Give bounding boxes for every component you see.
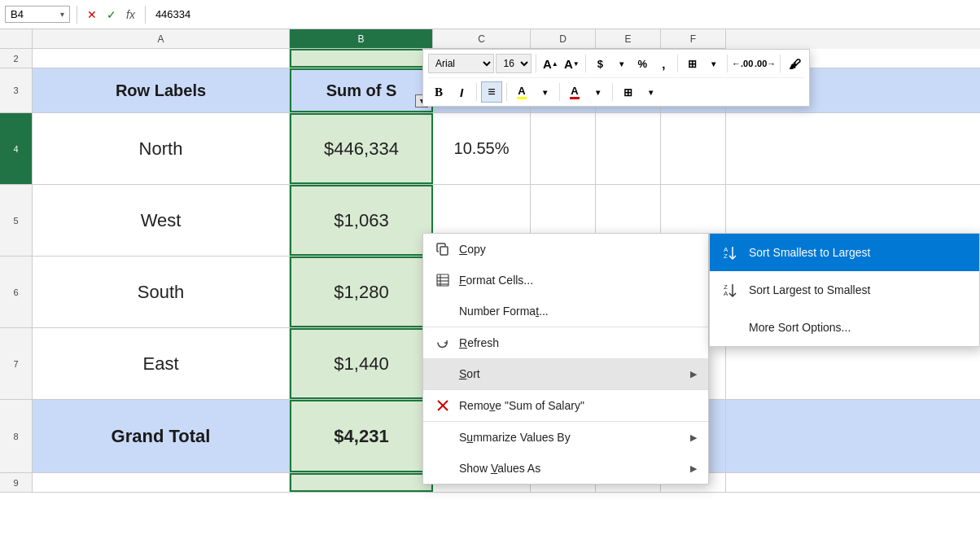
clear-format-btn[interactable]: 🖌 bbox=[785, 53, 804, 74]
confirm-formula-icon[interactable]: ✓ bbox=[103, 7, 120, 23]
more-sort-item[interactable]: More Sort Options... bbox=[710, 309, 979, 346]
toolbar-separator-5 bbox=[780, 55, 781, 72]
cell-2a[interactable] bbox=[33, 49, 290, 68]
cell-9a[interactable] bbox=[33, 473, 290, 492]
sort-submenu: A Z Sort Smallest to Largest Z A Sort La… bbox=[709, 233, 980, 347]
fx-label: fx bbox=[123, 8, 138, 21]
row-label-east: East bbox=[142, 353, 178, 375]
grand-total-label: Grand Total bbox=[112, 426, 211, 447]
col-header-f[interactable]: F bbox=[661, 29, 726, 49]
font-size-select[interactable]: 16 bbox=[496, 54, 532, 73]
row-label-west: West bbox=[141, 210, 182, 231]
font-color-icon: A bbox=[570, 85, 579, 99]
cell-header-sum[interactable]: Sum of S ▾ bbox=[290, 68, 433, 112]
cell-4d[interactable] bbox=[531, 113, 596, 184]
ctx-copy-label: Copy bbox=[459, 243, 697, 256]
cell-8a[interactable]: Grand Total bbox=[33, 400, 290, 472]
value-north: $446,334 bbox=[324, 138, 399, 160]
cell-9b[interactable] bbox=[290, 473, 433, 492]
percent-btn[interactable]: % bbox=[632, 53, 652, 74]
column-header-row: A B C D E F bbox=[0, 29, 980, 49]
toolbar-separator-7 bbox=[506, 83, 507, 101]
cell-8b[interactable]: $4,231 bbox=[290, 400, 433, 472]
mini-toolbar-row1: Arial 16 A▲ A▼ $ ▾ % , ⊞ ▾ ←.00 .0 bbox=[428, 53, 804, 78]
cell-5a[interactable]: West bbox=[33, 185, 290, 256]
cell-4c[interactable]: 10.55% bbox=[433, 113, 531, 184]
row-num-2: 2 bbox=[0, 49, 33, 68]
cell-2b[interactable] bbox=[290, 49, 433, 68]
cell-4a[interactable]: North bbox=[33, 113, 290, 184]
cell-7a[interactable]: East bbox=[33, 328, 290, 399]
sort-arrow-icon: ▶ bbox=[690, 369, 697, 379]
copy-icon bbox=[435, 241, 451, 257]
cell-reference-box[interactable]: B4 ▾ bbox=[5, 6, 70, 23]
format-cells-icon bbox=[435, 272, 451, 288]
toolbar-separator-6 bbox=[476, 83, 477, 101]
decrease-font-btn[interactable]: A▼ bbox=[562, 53, 581, 74]
sort-asc-item[interactable]: A Z Sort Smallest to Largest bbox=[710, 234, 979, 271]
col-header-b[interactable]: B bbox=[290, 29, 433, 49]
show-values-arrow-icon: ▶ bbox=[690, 463, 697, 474]
svg-text:A: A bbox=[724, 290, 728, 297]
col-header-d[interactable]: D bbox=[531, 29, 596, 49]
col-header-e[interactable]: E bbox=[596, 29, 661, 49]
cell-ref-dropdown-icon: ▾ bbox=[60, 10, 64, 19]
ctx-summarize[interactable]: Summarize Values By ▶ bbox=[423, 421, 708, 453]
currency-btn[interactable]: $ bbox=[590, 53, 610, 74]
ctx-show-values[interactable]: Show Values As ▶ bbox=[423, 453, 708, 484]
increase-decimal-btn[interactable]: .00→ bbox=[755, 53, 776, 74]
decrease-decimal-btn[interactable]: ←.00 bbox=[732, 53, 753, 74]
cell-6b[interactable]: $1,280 bbox=[290, 257, 433, 327]
ctx-number-format-label: Number Format... bbox=[459, 305, 697, 318]
ctx-format-cells[interactable]: Format Cells... bbox=[423, 265, 708, 296]
borders-btn[interactable]: ⊞ bbox=[682, 53, 702, 74]
spreadsheet: A B C D E F 2 3 Row Labels Sum of S ▾ bbox=[0, 29, 980, 557]
italic-btn[interactable]: I bbox=[451, 81, 472, 103]
summarize-arrow-icon: ▶ bbox=[690, 432, 697, 443]
row-num-8: 8 bbox=[0, 400, 33, 472]
col-header-a[interactable]: A bbox=[33, 29, 290, 49]
highlight-dropdown-btn[interactable]: ▾ bbox=[534, 81, 555, 103]
cell-5b[interactable]: $1,063 bbox=[290, 185, 433, 256]
ctx-sort[interactable]: Sort ▶ bbox=[423, 358, 708, 389]
currency-dropdown-btn[interactable]: ▾ bbox=[611, 53, 631, 74]
ctx-number-format[interactable]: Number Format... bbox=[423, 296, 708, 327]
formula-input[interactable] bbox=[152, 7, 975, 22]
col-header-c[interactable]: C bbox=[433, 29, 531, 49]
comma-btn[interactable]: , bbox=[654, 53, 673, 74]
sort-desc-item[interactable]: Z A Sort Largest to Smallest bbox=[710, 271, 979, 309]
font-family-select[interactable]: Arial bbox=[428, 54, 494, 73]
toolbar-separator-2 bbox=[585, 55, 586, 72]
font-color-btn[interactable]: A bbox=[564, 81, 585, 103]
ctx-refresh-label: Refresh bbox=[459, 336, 697, 349]
align-center-btn[interactable]: ≡ bbox=[481, 81, 502, 103]
ctx-show-values-label: Show Values As bbox=[459, 462, 682, 475]
merge-dropdown-btn[interactable]: ▾ bbox=[640, 81, 661, 103]
value-east: $1,440 bbox=[334, 353, 388, 375]
cell-4f[interactable] bbox=[661, 113, 726, 184]
ctx-refresh[interactable]: Refresh bbox=[423, 327, 708, 358]
row-num-4: 4 bbox=[0, 113, 33, 184]
merge-cells-btn[interactable]: ⊞ bbox=[617, 81, 638, 103]
cell-ref-text: B4 bbox=[11, 8, 24, 20]
formula-bar-divider2 bbox=[145, 6, 146, 24]
increase-font-btn[interactable]: A▲ bbox=[540, 53, 560, 74]
ctx-copy[interactable]: Copy bbox=[423, 234, 708, 265]
cell-4b[interactable]: $446,334 bbox=[290, 113, 433, 184]
ctx-remove[interactable]: Remove "Sum of Salary" bbox=[423, 389, 708, 421]
toolbar-separator-9 bbox=[612, 83, 613, 101]
row-label-north: North bbox=[139, 138, 183, 160]
toolbar-separator-1 bbox=[536, 55, 536, 72]
cancel-formula-icon[interactable]: ✕ bbox=[84, 7, 100, 23]
cell-6a[interactable]: South bbox=[33, 257, 290, 327]
highlight-color-btn[interactable]: A bbox=[511, 81, 532, 103]
font-color-dropdown-btn[interactable]: ▾ bbox=[587, 81, 608, 103]
row-num-9: 9 bbox=[0, 473, 33, 492]
bold-btn[interactable]: B bbox=[428, 81, 449, 103]
cell-header-label[interactable]: Row Labels bbox=[33, 68, 290, 112]
cell-4e[interactable] bbox=[596, 113, 661, 184]
borders-dropdown-btn[interactable]: ▾ bbox=[703, 53, 723, 74]
row-label-south: South bbox=[138, 282, 185, 303]
cell-7b[interactable]: $1,440 bbox=[290, 328, 433, 399]
sort-desc-icon: Z A bbox=[721, 280, 741, 300]
